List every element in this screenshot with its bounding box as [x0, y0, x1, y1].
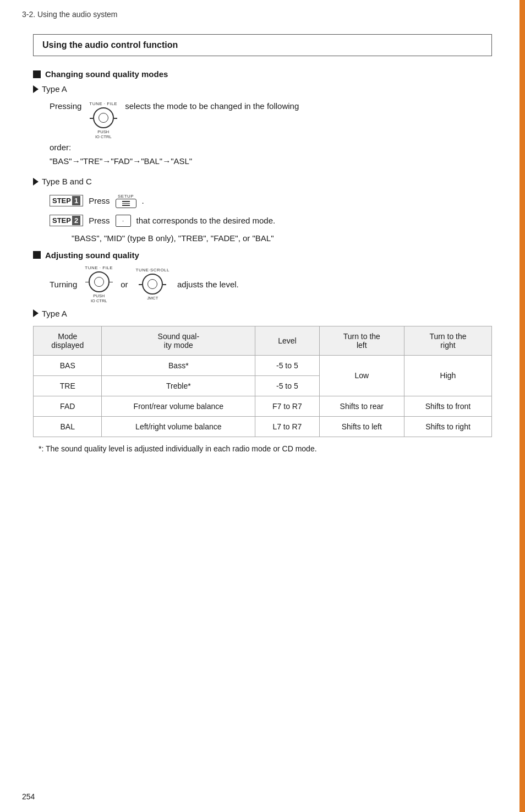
step1-badge: STEP 1 [50, 195, 83, 206]
col-mode: Modedisplayed [34, 326, 102, 355]
triangle-icon-bc [33, 178, 39, 186]
changing-title-text: Changing sound quality modes [45, 69, 168, 79]
section-box: Using the audio control function [33, 34, 492, 56]
col-quality: Sound qual-ity mode [102, 326, 255, 355]
col-right: Turn to theright [404, 326, 491, 355]
or-text: or [121, 280, 128, 289]
step2-num: 2 [72, 216, 80, 225]
triangle-icon [33, 85, 39, 93]
cell-right: High [404, 355, 491, 396]
turning-row: Turning TUNE · FILE PUSHIO CTRL or TUNE·… [50, 265, 492, 303]
setup-button-icon: SETUP [116, 194, 136, 208]
step1-row: STEP 1 Press SETUP . [50, 194, 492, 208]
type-a2-header: Type A [33, 309, 492, 318]
step2-desc: that corresponds to the desired mode. [136, 216, 276, 225]
step1-press-text: Press [89, 196, 110, 205]
triangle-icon-2 [33, 309, 39, 317]
page-header: 3-2. Using the audio system [0, 0, 525, 23]
step1-period: . [142, 196, 144, 205]
cell-mode: BAL [34, 416, 102, 437]
cell-quality: Front/rear volume balance [102, 396, 255, 416]
step2-badge: STEP 2 [50, 215, 83, 226]
type-a-header: Type A [33, 84, 492, 94]
table-row: FADFront/rear volume balanceF7 to R7Shif… [34, 396, 492, 416]
cell-level: -5 to 5 [255, 375, 319, 396]
table-header-row: Modedisplayed Sound qual-ity mode Level … [34, 326, 492, 355]
step2-press-text: Press [89, 216, 110, 225]
cell-mode: TRE [34, 375, 102, 396]
tune-scroll-knob: TUNE·SCROLL JMCT [136, 268, 170, 301]
cell-right: Shifts to front [404, 396, 491, 416]
adjusting-subsection-title: Adjusting sound quality [33, 250, 492, 260]
header-text: 3-2. Using the audio system [22, 10, 118, 19]
cell-left: Low [319, 355, 404, 396]
section-title: Using the audio control function [42, 40, 178, 50]
main-content: Using the audio control function Changin… [0, 23, 525, 477]
pressing-row: Pressing TUNE · FILE PUSHIO CTRL selects… [50, 101, 492, 139]
bullet-icon [33, 70, 41, 78]
order-text: order: [50, 143, 492, 152]
step2-badge-text: STEP [52, 216, 71, 225]
tune-file-knob-2: TUNE · FILE PUSHIO CTRL [85, 265, 113, 303]
cell-quality: Left/right volume balance [102, 416, 255, 437]
type-bc-label: Type B and C [42, 177, 92, 186]
bullet-icon-2 [33, 251, 41, 259]
changing-subsection-title: Changing sound quality modes [33, 69, 492, 79]
step2-modes: "BASS", "MID" (type B only), "TREB", "FA… [72, 233, 492, 243]
pressing-suffix: selects the mode to be changed in the fo… [125, 101, 299, 111]
table-row: BASBass*-5 to 5LowHigh [34, 355, 492, 375]
orange-sidebar [519, 0, 525, 812]
step2-row: STEP 2 Press · that corresponds to the d… [50, 215, 492, 227]
type-a-label: Type A [42, 84, 67, 94]
type-bc-header: Type B and C [33, 177, 492, 186]
cell-level: -5 to 5 [255, 355, 319, 375]
cell-right: Shifts to right [404, 416, 491, 437]
cell-left: Shifts to left [319, 416, 404, 437]
page-number: 254 [22, 792, 35, 801]
footnote: *: The sound quality level is adjusted i… [39, 443, 492, 455]
mode-button-icon: · [116, 215, 131, 227]
pressing-prefix: Pressing [50, 101, 81, 111]
step1-badge-text: STEP [52, 197, 71, 205]
cell-mode: FAD [34, 396, 102, 416]
sound-quality-table: Modedisplayed Sound qual-ity mode Level … [33, 326, 492, 437]
type-a2-label: Type A [42, 309, 67, 318]
step1-num: 1 [72, 196, 80, 205]
table-row: BALLeft/right volume balanceL7 to R7Shif… [34, 416, 492, 437]
cell-level: F7 to R7 [255, 396, 319, 416]
col-level: Level [255, 326, 319, 355]
tune-file-knob: TUNE · FILE PUSHIO CTRL [89, 101, 117, 139]
cell-left: Shifts to rear [319, 396, 404, 416]
col-left: Turn to theleft [319, 326, 404, 355]
cell-level: L7 to R7 [255, 416, 319, 437]
turning-prefix: Turning [50, 280, 77, 289]
turning-suffix: adjusts the level. [177, 280, 239, 289]
adjusting-title-text: Adjusting sound quality [45, 250, 139, 260]
sequence-text: "BAS"→"TRE"→"FAD"→"BAL"→"ASL" [50, 156, 492, 166]
cell-mode: BAS [34, 355, 102, 375]
cell-quality: Treble* [102, 375, 255, 396]
cell-quality: Bass* [102, 355, 255, 375]
